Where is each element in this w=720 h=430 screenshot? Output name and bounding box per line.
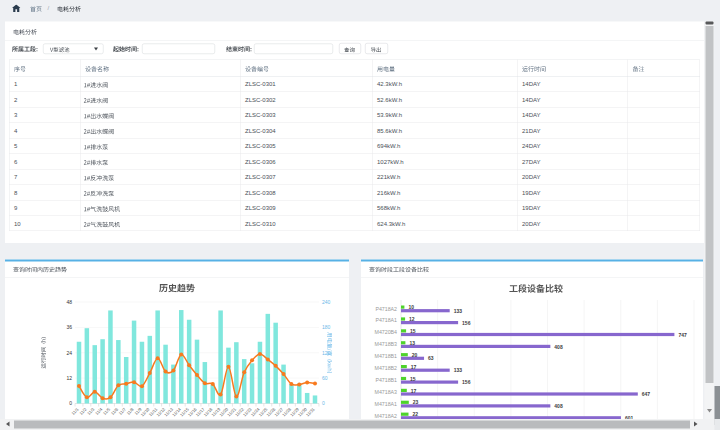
svg-text:10: 10	[408, 304, 414, 310]
svg-text:11/3: 11/3	[86, 406, 96, 416]
svg-text:0: 0	[322, 400, 325, 406]
svg-text:13: 13	[409, 340, 415, 346]
svg-text:0: 0	[69, 400, 72, 406]
svg-text:P4718B1: P4718B1	[375, 377, 397, 383]
svg-text:22: 22	[413, 411, 419, 417]
svg-text:133: 133	[454, 367, 463, 373]
svg-text:M4718A2: M4718A2	[375, 413, 398, 419]
svg-text:48: 48	[66, 299, 72, 305]
svg-text:133: 133	[454, 308, 463, 314]
svg-text:11/4: 11/4	[94, 406, 104, 416]
svg-text:M4718B1: M4718B1	[375, 353, 398, 359]
svg-text:23: 23	[413, 399, 419, 405]
svg-text:11/1: 11/1	[71, 406, 81, 416]
svg-text:11/31: 11/31	[305, 406, 316, 417]
svg-text:408: 408	[554, 403, 563, 409]
svg-text:M4718A1: M4718A1	[375, 401, 398, 407]
svg-text:747: 747	[678, 332, 687, 338]
svg-text:156: 156	[462, 320, 471, 326]
svg-text:647: 647	[642, 391, 651, 397]
svg-text:11/2: 11/2	[78, 406, 88, 416]
svg-text:17: 17	[411, 388, 417, 394]
svg-text:15: 15	[410, 376, 416, 382]
svg-text:180: 180	[322, 324, 331, 330]
svg-text:11/8: 11/8	[126, 406, 136, 416]
svg-text:M4720B4: M4720B4	[375, 329, 398, 335]
svg-text:P4718A2: P4718A2	[375, 306, 397, 312]
svg-text:11/5: 11/5	[102, 406, 112, 416]
svg-text:11/6: 11/6	[110, 406, 120, 416]
svg-text:20: 20	[412, 352, 418, 358]
svg-text:15: 15	[410, 328, 416, 334]
svg-text:156: 156	[462, 379, 471, 385]
svg-text:P4718A1: P4718A1	[375, 317, 397, 323]
svg-text:17: 17	[411, 364, 417, 370]
svg-text:60: 60	[322, 375, 328, 381]
svg-text:408: 408	[554, 344, 563, 350]
svg-text:63: 63	[428, 355, 434, 361]
svg-text:M4718B2: M4718B2	[375, 365, 398, 371]
svg-text:24: 24	[66, 350, 72, 356]
svg-text:M4718B3: M4718B3	[375, 341, 398, 347]
svg-text:12: 12	[66, 375, 72, 381]
svg-text:240: 240	[322, 299, 331, 305]
svg-text:M4718A3: M4718A3	[375, 389, 398, 395]
svg-text:36: 36	[66, 324, 72, 330]
svg-text:11/7: 11/7	[118, 406, 128, 416]
svg-text:12: 12	[409, 316, 415, 322]
